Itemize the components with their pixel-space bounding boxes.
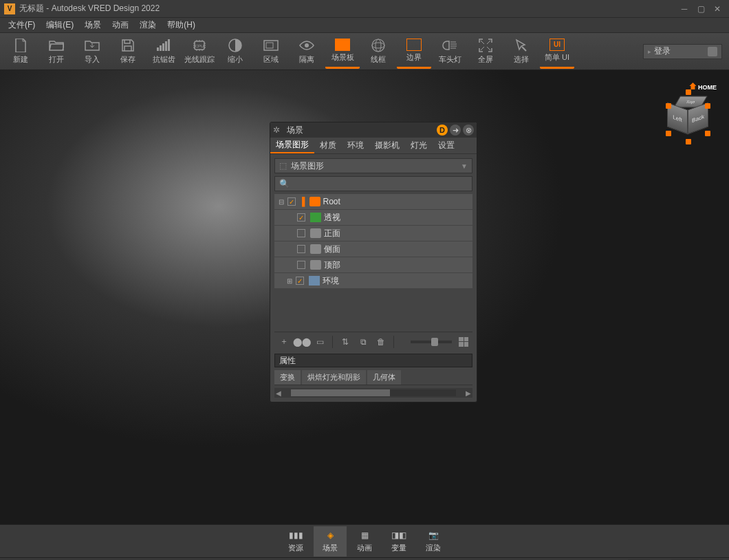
btab-render[interactable]: 📷渲染 [417,526,450,557]
fullscreen-button[interactable]: 全屏 [468,34,503,69]
grid-button[interactable] [459,337,468,347]
cards-icon: ◨◧ [392,529,406,541]
antialias-label: 抗锯齿 [153,54,175,65]
checkbox[interactable] [297,229,305,237]
menu-scene[interactable]: 场景 [79,19,107,32]
ptab-geometry[interactable]: 几何体 [367,370,401,385]
menu-render[interactable]: 渲染 [134,19,162,32]
import-label: 导入 [85,54,100,65]
cpu-icon: CPU [191,38,208,53]
swap-button[interactable]: ⇅ [340,336,351,347]
camera-icon [310,244,321,254]
zoomout-button[interactable]: 缩小 [218,34,252,69]
login-dropdown[interactable]: ▸ 登录 [643,44,722,59]
maximize-button[interactable]: ▢ [693,3,708,14]
bottom-tabs: ▮▮▮资源 ◈场景 ▦动画 ◨◧变量 📷渲染 [0,524,729,557]
ptab-transform[interactable]: 变换 [274,370,301,385]
eye-icon [298,38,316,53]
tab-environment[interactable]: 环境 [342,138,369,153]
import-button[interactable]: 导入 [75,34,109,69]
cursor-icon [512,38,530,53]
tab-material[interactable]: 材质 [314,138,342,153]
tree-perspective[interactable]: 透视 [274,210,472,225]
svg-rect-3 [165,41,167,51]
region-button[interactable]: 区域 [254,34,288,69]
arrow-button[interactable]: ➜ [450,125,461,136]
border-label: 边界 [406,52,422,63]
save-button[interactable]: 保存 [111,34,145,69]
region-icon [262,38,280,53]
tab-settings[interactable]: 设置 [433,138,460,153]
viewcube-cube[interactable]: Top Left Back [667,99,707,139]
wireframe-label: 线框 [371,54,386,65]
add-button[interactable]: ＋ [279,336,290,347]
collapse-icon[interactable]: ⊟ [277,198,285,206]
ptab-bake[interactable]: 烘焙灯光和阴影 [302,370,366,385]
checkbox[interactable] [297,213,305,222]
menu-edit[interactable]: 编辑(E) [41,19,79,32]
expand-icon[interactable]: ⊞ [285,277,294,285]
btab-resources[interactable]: ▮▮▮资源 [279,526,312,557]
new-button[interactable]: 新建 [3,34,38,69]
tree-environment[interactable]: ⊞ 环境 [274,273,472,288]
search-input[interactable]: 🔍 [274,176,472,191]
tree-top[interactable]: 顶部 [274,257,472,272]
viewcube-home[interactable]: HOME [689,83,717,91]
close-button[interactable]: ✕ [710,3,725,14]
camera-icon [310,213,321,222]
menu-help[interactable]: 帮助(H) [162,19,201,32]
simpleui-button[interactable]: UI简单 UI [540,34,574,69]
zoom-slider[interactable] [411,341,452,343]
headlight-button[interactable]: 车头灯 [433,34,467,69]
antialias-button[interactable]: 抗锯齿 [146,34,181,69]
login-label: 登录 [654,45,671,57]
checkbox[interactable] [296,277,304,285]
select-label: 选择 [514,54,529,65]
menu-animation[interactable]: 动画 [107,19,134,32]
panel-close-button[interactable]: ⊗ [463,125,474,136]
checkbox[interactable] [297,245,305,253]
wireframe-button[interactable]: 线框 [361,34,395,69]
properties-header: 属性 [274,354,472,367]
btab-scene[interactable]: ◈场景 [314,526,347,557]
group-button[interactable]: ▭ [314,336,325,347]
select-button[interactable]: 选择 [504,34,538,69]
headlight-icon [441,38,459,53]
zoomout-label: 缩小 [228,54,243,65]
sceneboard-button[interactable]: 场景板 [325,34,360,69]
tree-root[interactable]: ⊟ ▐ Root [274,194,472,209]
copy-button[interactable]: ⧉ [358,336,369,347]
fullscreen-label: 全屏 [478,54,493,65]
camera-icon: 📷 [426,529,440,541]
menu-file[interactable]: 文件(F) [3,19,41,32]
scenegraph-selector[interactable]: ⬚ 场景图形 ▼ [274,158,472,173]
btab-animation[interactable]: ▦动画 [348,526,381,557]
btab-variable[interactable]: ◨◧变量 [382,526,415,557]
scene-panel-header[interactable]: ✲ 场景 D ➜ ⊗ [270,122,477,138]
tab-scenegraph[interactable]: 场景图形 [270,138,314,153]
scene-panel-title: 场景 [287,125,435,136]
viewcube[interactable]: HOME Top Left Back [660,84,715,139]
tree-side[interactable]: 侧面 [274,241,472,257]
title-bar: V 无标题 - Autodesk VRED Design 2022 ─ ▢ ✕ [0,0,729,18]
zoomout-icon [226,38,244,53]
svg-rect-9 [266,43,273,48]
dock-button[interactable]: D [437,125,448,136]
raytrace-button[interactable]: CPU光线跟踪 [182,34,217,69]
tree-front[interactable]: 正面 [274,226,472,241]
tab-camera[interactable]: 摄影机 [369,138,405,153]
duplicate-button[interactable]: ⬤⬤ [296,336,307,347]
minimize-button[interactable]: ─ [677,3,692,14]
raytrace-label: 光线跟踪 [184,54,215,65]
horizontal-scrollbar[interactable]: ◀▶ [274,388,472,398]
viewport[interactable]: HOME Top Left Back ▶ 安下载 anxz.com ✲ 场景 D… [0,70,729,524]
camera-icon [310,228,321,238]
delete-button[interactable]: 🗑 [376,336,387,347]
tab-light[interactable]: 灯光 [405,138,433,153]
checkbox[interactable] [297,261,305,269]
isolate-button[interactable]: 隔离 [290,34,324,69]
status-bar: 1245.5 MB RR-GL 渲染选项 ⛶ 向上 Z ▼ FOV ICV [0,557,729,560]
open-button[interactable]: 打开 [39,34,74,69]
checkbox[interactable] [287,197,296,206]
border-button[interactable]: 边界 [397,34,431,69]
